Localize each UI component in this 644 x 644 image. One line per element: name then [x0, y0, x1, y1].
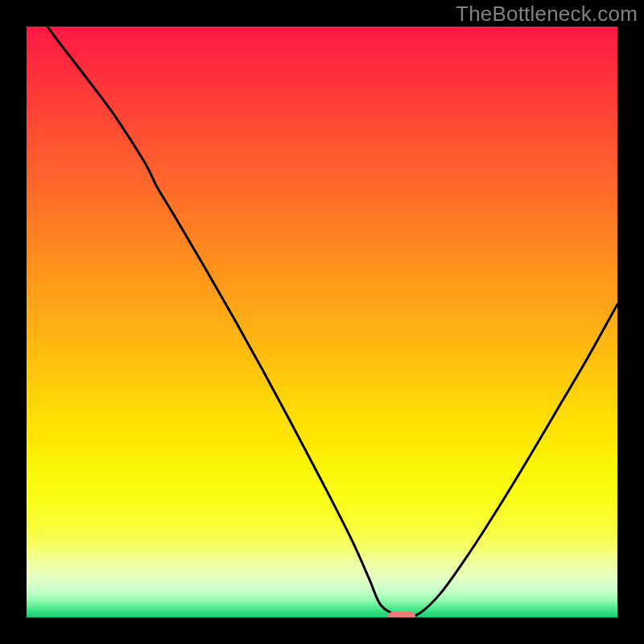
optimal-point-marker — [388, 612, 415, 617]
bottleneck-curve — [27, 27, 617, 617]
plot-area — [27, 27, 617, 617]
watermark-text: TheBottleneck.com — [456, 2, 638, 27]
chart-container: TheBottleneck.com — [0, 0, 644, 644]
